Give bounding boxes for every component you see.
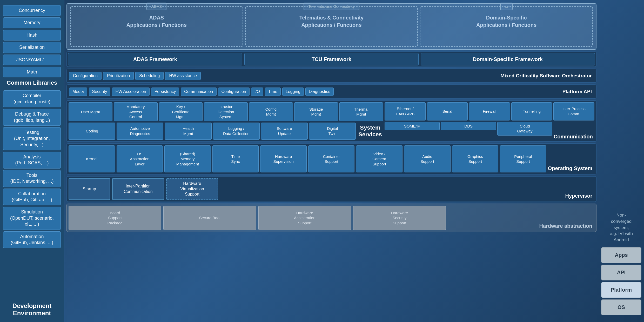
os-video-camera[interactable]: Video / Camera Support [356,145,403,172]
lib-memory[interactable]: Memory [3,17,61,28]
lib-serialization[interactable]: Serialization [3,42,61,53]
os-container[interactable]: Container Support [308,145,355,172]
api-security[interactable]: Security [89,88,111,96]
orch-prioritization[interactable]: Prioritization [103,72,134,80]
domain-label: Domain-Specific Applications / Functions [476,14,536,29]
os-timesync[interactable]: Time Sync [212,145,259,172]
tool-compiler[interactable]: Compiler (gcc, clang, rustc) [3,90,61,107]
ss-row2: Coding Automotive Diagnostics Health Mgm… [69,123,383,140]
framework-row: ADAS Framework TCU Framework Domain-Spec… [66,51,596,67]
ss-serial[interactable]: Serial [427,102,468,120]
adas-tab: ADAS [146,3,166,10]
hw-secure-boot[interactable]: Secure Boot [163,206,256,230]
adas-framework[interactable]: ADAS Framework [68,53,242,65]
tool-testing[interactable]: Testing (Unit, Integration, Security, ..… [3,127,61,150]
orchestrator-row: Configuration Prioritization Scheduling … [66,69,596,83]
dev-env-title: Development Environment [3,298,61,317]
ss-tunnelling[interactable]: Tunnelling [511,102,552,120]
os-hw-supervision[interactable]: Hardware Supervision [260,145,307,172]
domain-section: ... Domain-Specific Applications / Funct… [420,6,593,47]
api-io[interactable]: I/O [251,88,263,96]
lib-math[interactable]: Math [3,67,61,77]
os-label: Operating System [548,164,594,172]
ss-config-mgmt[interactable]: Config Mgmt [249,102,293,121]
api-logging[interactable]: Logging [282,88,304,96]
telematics-section: Telematic and Connectivity Telematics & … [245,6,418,47]
ss-key-cert[interactable]: Key / Certificate Mgmt [159,102,203,121]
api-configuration[interactable]: Configuration [218,88,250,96]
api-communication[interactable]: Communication [181,88,216,96]
ss-label-block: System Services [357,123,383,140]
non-converged-text: Non- converged system, e.g. IVI with And… [601,208,641,247]
hyp-virt[interactable]: Hardware Virtualization Support [166,178,218,200]
domain-framework[interactable]: Domain-Specific Framework [421,53,595,65]
right-btn-api[interactable]: API [601,265,641,280]
tool-simulation[interactable]: Simulation (OpenDUT, scenario, xIL, ...) [3,207,61,230]
comm-label: Communication [554,134,594,140]
ss-auto-diag[interactable]: Automotive Diagnostics [117,123,163,140]
ss-digital-twin[interactable]: Digital Twin [309,123,356,140]
os-audio[interactable]: Audio Support [404,145,451,172]
hyp-startup[interactable]: Startup [69,178,110,200]
ss-coding[interactable]: Coding [69,123,115,140]
hw-security-support[interactable]: Hardware Security Support [353,206,446,230]
tool-debug[interactable]: Debugg & Trace (gdb, lldb, lttng ..) [3,109,61,126]
orch-configuration[interactable]: Configuration [69,72,102,80]
api-persistency[interactable]: Persistency [151,88,179,96]
lib-hash[interactable]: Hash [3,30,61,41]
hypervisor-row: Startup Inter-Partition Communication Ha… [66,176,596,202]
ss-ethernet-can[interactable]: Ethernet / CAN / AVB [385,102,426,120]
api-diagnostics[interactable]: Diagnostics [305,88,334,96]
lib-concurrency[interactable]: Concurrency [3,5,61,16]
platform-api-row: Media Security HW Acceleration Persisten… [66,84,596,99]
ss-sw-update[interactable]: Software Update [261,123,308,140]
os-peripheral[interactable]: Peripheral Support [500,145,546,172]
domain-tab: ... [500,3,513,10]
ss-cloud-gateway[interactable]: Cloud Gateway [497,122,552,136]
ss-dds[interactable]: DDS [441,122,496,131]
comm-row2: SOME/IP DDS Cloud Gateway Communication [385,122,594,140]
tool-tools[interactable]: Tools (IDE, Networking, ...) [3,170,61,187]
tool-collaboration[interactable]: Collaboration (GitHub, GitLab, ...) [3,189,61,205]
ss-ipc[interactable]: Inter-Process Comm. [553,102,594,120]
platform-api-label: Platform API [562,89,594,95]
ss-ids[interactable]: Intrusion Detection System [204,102,248,121]
ss-someip[interactable]: SOME/IP [385,122,440,131]
hyp-ipc[interactable]: Inter-Partition Communication [112,178,164,200]
orch-scheduling[interactable]: Scheduling [135,72,164,80]
dev-env-sidebar: Concurrency Memory Hash Serialization JS… [0,0,64,322]
tool-analysis[interactable]: Analysis (Perf, SCAS, ...) [3,152,61,169]
os-memory[interactable]: (Shared) Memory Management [164,145,211,172]
right-btn-os[interactable]: OS [601,299,641,315]
os-row: Kernel OS Abstraction Layer (Shared) Mem… [66,143,596,175]
os-kernel[interactable]: Kernel [69,145,115,172]
tool-automation[interactable]: Automation (GitHub, Jenkins, ...) [3,231,61,248]
ss-user-mgmt[interactable]: User Mgmt [69,102,112,121]
ss-mac[interactable]: Mandatory Access Control [114,102,158,121]
os-abstraction[interactable]: OS Abstraction Layer [117,145,163,172]
hw-label: Hardware abstraction [537,222,594,230]
os-graphics[interactable]: Graphics Support [452,145,499,172]
hw-accel-support[interactable]: Hardware Acceleration Support [258,206,351,230]
api-media[interactable]: Media [69,88,87,96]
api-time[interactable]: Time [265,88,281,96]
ss-right: Ethernet / CAN / AVB Serial Firewall Tun… [385,102,594,140]
ss-firewall[interactable]: Firewall [469,102,510,120]
right-btn-apps[interactable]: Apps [601,247,641,263]
hw-bsp[interactable]: Board Support Package [69,206,161,230]
orchestrator-label: Mixed Criticality Software Orchestrator [500,73,594,79]
right-btn-platform[interactable]: Platform [601,282,641,298]
common-libs-title: Common Libraries [3,77,61,88]
tcu-framework[interactable]: TCU Framework [244,53,419,65]
ss-logging[interactable]: Logging / Data Collection [213,123,260,140]
lib-jsonyaml[interactable]: JSON/YAML/... [3,55,61,65]
telematics-label: Telematics & Connectivity Applications /… [299,14,364,29]
ss-health-mgmt[interactable]: Health Mgmt [165,123,211,140]
tools-section: Compiler (gcc, clang, rustc) Debugg & Tr… [3,90,61,248]
ss-left: User Mgmt Mandatory Access Control Key /… [69,102,383,140]
ss-thermal-mgmt[interactable]: Thermal Mgmt [339,102,383,121]
api-hw-accel[interactable]: HW Acceleration [112,88,149,96]
hyp-label: Hypervisor [563,192,595,200]
orch-hw-assistance[interactable]: HW assistance [165,72,201,80]
ss-storage-mgmt[interactable]: Storage Mgmt [294,102,338,121]
